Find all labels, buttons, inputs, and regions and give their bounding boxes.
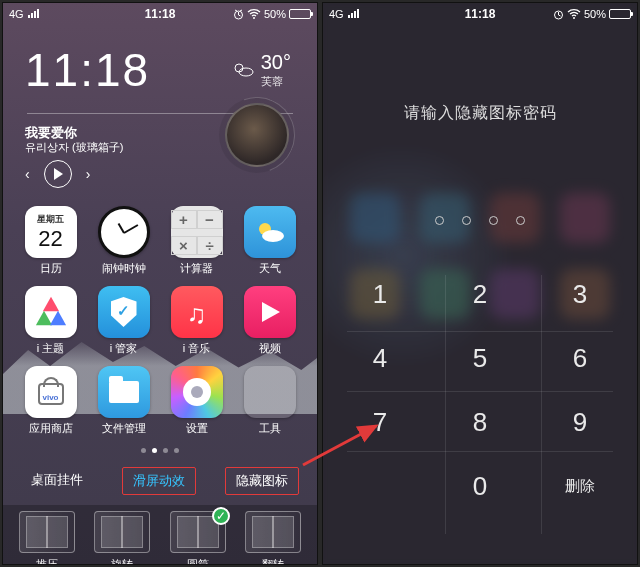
folder-icon — [98, 366, 150, 418]
battery-label: 50% — [264, 8, 286, 20]
key-3[interactable]: 3 — [535, 265, 625, 323]
tab-widgets[interactable]: 桌面挂件 — [21, 467, 93, 495]
alarm-icon — [233, 9, 244, 20]
key-2[interactable]: 2 — [435, 265, 525, 323]
weather-app-icon — [244, 206, 296, 258]
app-files[interactable]: 文件管理 — [90, 366, 157, 436]
transition-rotate[interactable]: 旋转 — [94, 511, 150, 565]
numeric-keypad: 1 2 3 4 5 6 7 8 9 0 删除 — [335, 265, 625, 515]
network-label: 4G — [329, 8, 344, 20]
key-8[interactable]: 8 — [435, 393, 525, 451]
app-tools-folder[interactable]: 工具 — [236, 366, 303, 436]
gear-icon — [171, 366, 223, 418]
keypad-line — [541, 275, 542, 534]
app-store[interactable]: vivo 应用商店 — [17, 366, 84, 436]
app-label: i 音乐 — [183, 341, 211, 356]
key-6[interactable]: 6 — [535, 329, 625, 387]
key-1[interactable]: 1 — [335, 265, 425, 323]
calculator-icon: +−×÷ — [171, 206, 223, 258]
transition-flip[interactable]: 翻转 — [245, 511, 301, 565]
app-calendar[interactable]: 星期五 22 日历 — [17, 206, 84, 276]
weather-block[interactable]: 30° 芙蓉 — [231, 51, 291, 89]
app-calculator[interactable]: +−×÷ 计算器 — [163, 206, 230, 276]
app-clock[interactable]: 闹钟时钟 — [90, 206, 157, 276]
app-label: 应用商店 — [29, 421, 73, 436]
wifi-icon — [247, 9, 261, 19]
keypad-line — [347, 451, 613, 452]
app-theme[interactable]: i 主题 — [17, 286, 84, 356]
status-time: 11:18 — [145, 7, 176, 21]
song-subtitle: 유리상자 (玻璃箱子) — [25, 140, 123, 154]
app-weather[interactable]: 天气 — [236, 206, 303, 276]
app-music[interactable]: ♫ i 音乐 — [163, 286, 230, 356]
transition-push[interactable]: 推压 — [19, 511, 75, 565]
editor-tabs: 桌面挂件 滑屏动效 隐藏图标 — [3, 459, 317, 505]
app-label: i 管家 — [110, 341, 138, 356]
signal-icon — [347, 9, 361, 19]
app-label: 视频 — [259, 341, 281, 356]
music-icon: ♫ — [171, 286, 223, 338]
store-icon: vivo — [25, 366, 77, 418]
pin-indicator — [435, 216, 525, 225]
battery-icon — [289, 9, 311, 19]
keypad-line — [445, 275, 446, 534]
tab-hide-icons[interactable]: 隐藏图标 — [225, 467, 299, 495]
video-icon — [244, 286, 296, 338]
theme-icon — [25, 286, 77, 338]
app-label: 工具 — [259, 421, 281, 436]
tab-transition[interactable]: 滑屏动效 — [122, 467, 196, 495]
phone-hidden-icon-lock: 4G 11:18 50% 请输入隐藏图标密码 1 2 3 4 5 — [322, 2, 638, 565]
app-label: 日历 — [40, 261, 62, 276]
key-4[interactable]: 4 — [335, 329, 425, 387]
app-label: 设置 — [186, 421, 208, 436]
key-9[interactable]: 9 — [535, 393, 625, 451]
svg-point-5 — [262, 230, 284, 242]
check-icon: ✓ — [212, 507, 230, 525]
key-blank — [335, 457, 425, 515]
app-label: 天气 — [259, 261, 281, 276]
transition-thumb-icon — [245, 511, 301, 553]
lock-prompt: 请输入隐藏图标密码 — [404, 103, 557, 124]
weather-icon — [231, 60, 255, 80]
key-5[interactable]: 5 — [435, 329, 525, 387]
song-title: 我要爱你 — [25, 126, 123, 140]
transition-cylinder[interactable]: ✓ 圆筒 — [170, 511, 226, 565]
network-label: 4G — [9, 8, 24, 20]
battery-icon — [609, 9, 631, 19]
folder-tools-icon — [244, 366, 296, 418]
key-0[interactable]: 0 — [435, 457, 525, 515]
city-label: 芙蓉 — [261, 74, 291, 89]
signal-icon — [27, 9, 41, 19]
page-dots[interactable] — [3, 442, 317, 459]
app-label: 闹钟时钟 — [102, 261, 146, 276]
app-label: 计算器 — [180, 261, 213, 276]
phone-home-editor: 4G 11:18 50% 11:18 30° 芙蓉 — [2, 2, 318, 565]
keypad-line — [347, 331, 613, 332]
app-grid: 星期五 22 日历 闹钟时钟 +−×÷ 计算器 天气 i 主题 — [3, 188, 317, 442]
calendar-icon: 星期五 22 — [25, 206, 77, 258]
svg-point-1 — [253, 17, 255, 19]
play-button[interactable] — [44, 160, 72, 188]
app-video[interactable]: 视频 — [236, 286, 303, 356]
temperature: 30° — [261, 51, 291, 74]
status-bar: 4G 11:18 50% — [323, 3, 637, 25]
key-7[interactable]: 7 — [335, 393, 425, 451]
app-label: i 主题 — [37, 341, 65, 356]
status-bar: 4G 11:18 50% — [3, 3, 317, 25]
transition-row[interactable]: 推压 旋转 ✓ 圆筒 翻转 — [3, 505, 317, 565]
svg-point-7 — [573, 17, 575, 19]
svg-point-3 — [239, 68, 253, 76]
album-art[interactable] — [225, 103, 289, 167]
wifi-icon — [567, 9, 581, 19]
app-label: 文件管理 — [102, 421, 146, 436]
app-settings[interactable]: 设置 — [163, 366, 230, 436]
key-delete[interactable]: 删除 — [535, 457, 625, 515]
transition-thumb-icon — [19, 511, 75, 553]
next-track-icon[interactable]: › — [86, 167, 91, 181]
app-guard[interactable]: i 管家 — [90, 286, 157, 356]
prev-track-icon[interactable]: ‹ — [25, 167, 30, 181]
shield-icon — [98, 286, 150, 338]
battery-label: 50% — [584, 8, 606, 20]
clock-weather-widget[interactable]: 11:18 30° 芙蓉 — [3, 25, 317, 107]
clock-icon — [98, 206, 150, 258]
